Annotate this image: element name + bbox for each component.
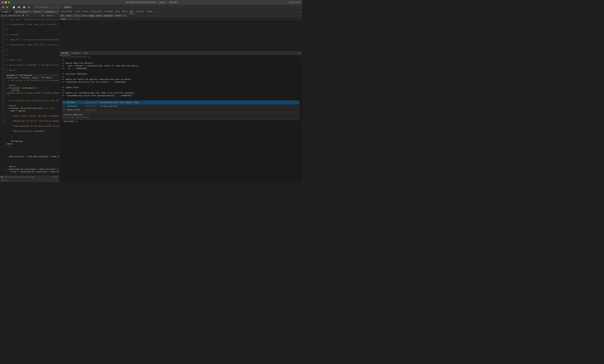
tab-help[interactable]: Help xyxy=(114,10,121,14)
diff-button[interactable]: Diff xyxy=(60,14,64,17)
line-num-66: 66 xyxy=(1,97,4,99)
tab-git[interactable]: Git xyxy=(129,10,135,14)
console-input-text[interactable]: darkstudio:: xyxy=(64,120,76,123)
tab-packages[interactable]: Packages xyxy=(103,10,114,14)
close-button[interactable] xyxy=(2,1,4,3)
status-tab[interactable]: Status xyxy=(67,18,73,20)
code-line-36: #' activate(backup = TRUE, index_file = … xyxy=(6,23,58,26)
window-title: ~/github/rileytwo/darkstudio - master - … xyxy=(125,1,177,3)
go-to-file-input[interactable] xyxy=(34,6,61,9)
line-num-59: 59 xyxy=(1,79,4,82)
refresh-button[interactable]: ↻ xyxy=(123,14,126,17)
code-line-40: #' activate(backup = TRUE, index_file = … xyxy=(6,44,58,46)
autocomplete-popup[interactable]: ◆ activate {darkstudio} activate(index_f… xyxy=(62,101,299,112)
source-btn[interactable]: Source ▾ xyxy=(46,14,54,17)
console-input-line[interactable]: > darkstudio:: xyxy=(61,120,301,123)
editor-back-btn[interactable]: ◀ xyxy=(1,14,4,17)
code-line-38: #' # Windows: xyxy=(6,34,58,36)
new-file-button[interactable]: 📄 xyxy=(12,6,16,9)
tab-viewer[interactable]: Viewer xyxy=(145,10,154,14)
tab-plots[interactable]: Plots xyxy=(82,10,89,14)
tab-environment[interactable]: Environment xyxy=(60,10,74,14)
panel-top-resize-1[interactable]: ⧉ xyxy=(299,11,300,13)
new-branch-button[interactable]: New Branch xyxy=(103,14,113,17)
code-line-42: #' xyxy=(6,54,58,56)
panel-resize-right[interactable]: ▭ xyxy=(57,180,58,182)
resize-icon-2[interactable]: ▭ xyxy=(57,15,58,17)
history-button[interactable]: History xyxy=(88,14,95,17)
function-context: activate(index_file, backup) xyxy=(9,176,35,178)
panel-top-resize-2[interactable]: ▭ xyxy=(300,11,301,13)
forward-button[interactable]: ▶ xyxy=(5,6,9,9)
window-controls[interactable] xyxy=(2,1,10,3)
editor-toolbar: ◀ ▶ Source on Save 🔍 ⚙ Run Source ▾ ⧉ ▭ xyxy=(0,14,59,18)
console-minimize-btn[interactable]: ▭ xyxy=(300,52,301,54)
run-btn[interactable]: Run xyxy=(41,14,45,17)
editor-statusbar: 46:54 activate(index_file, backup) R Scr… xyxy=(0,175,59,179)
open-file-button[interactable]: 📁 xyxy=(17,6,21,9)
ac-package-2: {darkstudio} xyxy=(85,109,99,111)
console-prompt: > xyxy=(61,92,62,94)
code-content[interactable]: #' index_htm <- "/Applications/RStudio.a… xyxy=(5,18,59,175)
staged-tab[interactable]: Staged xyxy=(60,18,66,20)
tab-close-darkstudio-r[interactable]: ✕ xyxy=(29,11,30,13)
console-path-label: ~/github/rileytwo/darkstudio/ xyxy=(61,56,87,58)
editor-forward-btn[interactable]: ▶ xyxy=(4,14,7,17)
autocomplete-item-1[interactable]: ◆ deactivate {darkstudio} Activate daRkS… xyxy=(62,104,299,108)
tab-connections[interactable]: Connections xyxy=(89,10,103,14)
code-line-57: "RStudio Preview is recommended." xyxy=(6,130,58,133)
line-num-69: 69 xyxy=(1,105,4,107)
more-button[interactable]: More ▾ xyxy=(96,14,102,17)
terminal-tab[interactable]: Terminal ✕ xyxy=(70,51,82,55)
code-line-35: #' index_htm <- "/Applications/RStudio.a… xyxy=(6,18,58,21)
panel-resize-left[interactable]: ⧉ xyxy=(56,180,57,181)
line-num-53: 53 xyxy=(1,64,4,67)
autocomplete-item-0[interactable]: ◆ activate {darkstudio} activate(index_f… xyxy=(62,101,299,104)
line-num-46: 46 xyxy=(1,46,4,49)
resize-icon-1[interactable]: ⧉ xyxy=(55,15,56,17)
jobs-close-icon[interactable]: ✕ xyxy=(88,52,89,54)
line-num-65: 65 xyxy=(1,95,4,97)
main-toolbar: ◀ ▶ 📄 📁 💾 🖨 Addins ▾ xyxy=(0,5,302,10)
tab-tutorial[interactable]: Tutorial xyxy=(135,10,145,14)
line-num-68: 68 xyxy=(1,102,4,105)
print-button[interactable]: 🖨 xyxy=(27,6,31,9)
console-tabs: Console Terminal ✕ Jobs ✕ ⧉ ▭ xyxy=(59,51,302,55)
console-line: > #' xyxy=(61,89,301,92)
push-button[interactable]: ⬆ Push xyxy=(81,14,88,17)
jobs-tab[interactable]: Jobs ✕ xyxy=(82,51,90,55)
tab-close-storage-r[interactable]: ✕ xyxy=(55,11,56,13)
minimize-button[interactable] xyxy=(5,1,7,3)
tab-close-link-r[interactable]: ✕ xyxy=(41,11,42,13)
console-tab[interactable]: Console xyxy=(60,51,70,55)
tab-close-index-r[interactable]: ✕ xyxy=(12,11,12,13)
line-num-60: 60 xyxy=(1,82,4,84)
terminal-close-icon[interactable]: ✕ xyxy=(80,52,81,54)
console-maximize-btn[interactable]: ⧉ xyxy=(298,52,299,54)
git-file-list xyxy=(59,21,302,51)
console-clear-btn[interactable]: ✎ xyxy=(299,56,301,58)
tab-build[interactable]: Build xyxy=(121,10,129,14)
autocomplete-item-2[interactable]: ◆ update_styles {darkstudio} xyxy=(62,108,299,112)
line-num-47: 47 xyxy=(1,49,4,51)
search-btn[interactable]: 🔍 xyxy=(22,14,25,17)
line-num-52: 52 xyxy=(1,61,4,64)
tab-files[interactable]: Files xyxy=(74,10,82,14)
tab-storage-r[interactable]: storage.R ✕ xyxy=(44,10,58,14)
maximize-button[interactable] xyxy=(8,1,10,3)
tab-darkstudio-r[interactable]: darkstudio.R ✕ xyxy=(14,10,32,14)
commit-button[interactable]: Commit xyxy=(65,14,72,17)
pull-button[interactable]: ⬇ Pull ▾ xyxy=(73,14,80,17)
push-arrow-icon: ⬆ xyxy=(82,15,83,17)
back-button[interactable]: ◀ xyxy=(1,6,5,9)
tab-tools-r[interactable]: tools.R ✕ xyxy=(58,10,59,14)
format-btn[interactable]: ⚙ xyxy=(26,14,29,17)
tab-index-r[interactable]: index.R ✕ xyxy=(0,10,14,14)
save-button[interactable]: 💾 xyxy=(22,6,26,9)
console-right-buttons: ⧉ ▭ xyxy=(298,52,301,54)
source-on-save-btn[interactable]: Source on Save xyxy=(8,14,21,17)
line-num-63: 63 xyxy=(1,89,4,92)
branch-indicator[interactable]: master xyxy=(114,14,122,17)
addins-button[interactable]: Addins ▾ xyxy=(63,6,72,9)
tab-link-r[interactable]: link.R ✕ xyxy=(32,10,43,14)
